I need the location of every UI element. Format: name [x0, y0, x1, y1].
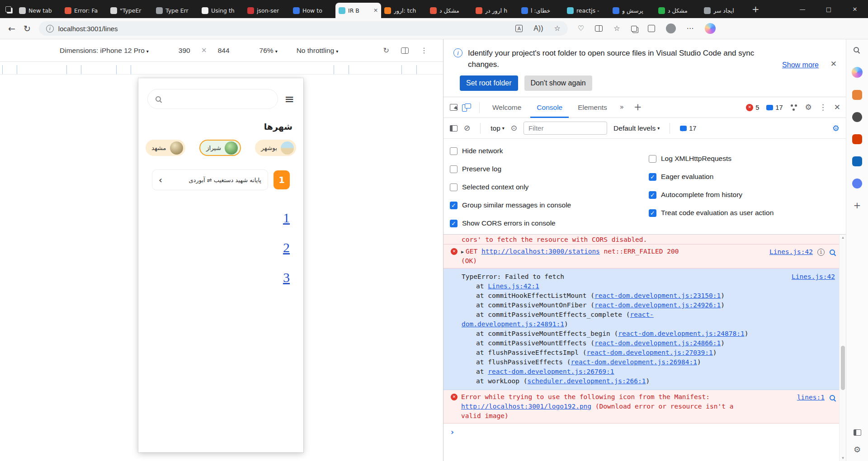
- line-link-1[interactable]: 1: [283, 210, 290, 226]
- browser-tab[interactable]: "TypeEr: [107, 3, 153, 18]
- browser-tab-active[interactable]: IR B✕: [335, 3, 381, 18]
- devtools-menu-icon[interactable]: ⋮: [819, 103, 827, 111]
- bus-line-card[interactable]: ‹ پایانه شهید دستغیب ⇌ آبوردی: [152, 169, 268, 190]
- line-link-3[interactable]: 3: [283, 270, 290, 285]
- line-link-2[interactable]: 2: [283, 240, 290, 255]
- browser-tab[interactable]: How to: [290, 3, 335, 18]
- browser-tab[interactable]: Type Err: [153, 3, 198, 18]
- tab-actions-button[interactable]: [0, 0, 16, 18]
- refresh-button[interactable]: ↻: [24, 24, 31, 33]
- error-count-badge[interactable]: ✕ 5: [746, 104, 759, 111]
- checkbox-hide-network[interactable]: Hide network: [450, 147, 649, 155]
- city-chip-mashhad[interactable]: مشهد: [146, 140, 185, 156]
- browser-tab[interactable]: Error: Fa: [61, 3, 107, 18]
- source-link[interactable]: react-dom.development.js:24866:1: [594, 339, 721, 347]
- expand-disclosure-icon[interactable]: ▸: [461, 249, 464, 255]
- tab-console[interactable]: Console: [530, 97, 569, 118]
- device-height-field[interactable]: 844: [215, 46, 232, 56]
- checkbox-autocomplete-history[interactable]: Autocomplete from history: [649, 191, 774, 199]
- source-link[interactable]: react-dom.development.js:26769:1: [488, 368, 614, 375]
- browser-tab[interactable]: New tab: [16, 3, 61, 18]
- favorites-icon[interactable]: ☆: [613, 25, 620, 32]
- add-panel-icon[interactable]: +: [630, 103, 646, 112]
- games-icon[interactable]: [852, 112, 862, 122]
- browser-tab[interactable]: Using th: [198, 3, 244, 18]
- log-levels-dropdown[interactable]: Default levels ▾: [613, 124, 660, 132]
- console-prompt[interactable]: ›: [443, 423, 846, 437]
- browser-tab[interactable]: خطای: ا: [518, 3, 564, 18]
- add-sidebar-app-icon[interactable]: +: [854, 201, 861, 210]
- checkbox-checked[interactable]: [649, 173, 656, 181]
- copilot-icon[interactable]: [705, 23, 716, 34]
- show-more-link[interactable]: Show more: [782, 61, 819, 69]
- scrollbar-thumb[interactable]: [841, 346, 845, 390]
- checkbox[interactable]: [450, 147, 458, 155]
- set-root-folder-button[interactable]: Set root folder: [460, 75, 518, 91]
- outlook-icon[interactable]: [852, 156, 862, 166]
- device-toolbar-menu-icon[interactable]: ⋮: [420, 47, 428, 54]
- device-type-dropdown[interactable]: Dimensions: iPhone 12 Pro▾: [60, 47, 149, 55]
- source-link[interactable]: Lines.js:42: [769, 247, 813, 257]
- checkbox-checked[interactable]: [450, 202, 458, 209]
- console-sidebar-toggle-icon[interactable]: [450, 125, 458, 132]
- clear-console-icon[interactable]: ⊘: [464, 124, 470, 132]
- devtools-settings-gear-icon[interactable]: ⚙: [805, 103, 812, 111]
- microsoft-365-icon[interactable]: [852, 134, 862, 144]
- city-chip-bushehr[interactable]: بوشهر: [255, 140, 296, 156]
- message-count-badge[interactable]: 17: [766, 104, 783, 111]
- browser-tab[interactable]: json-ser: [244, 3, 290, 18]
- console-filter-input[interactable]: [524, 122, 607, 135]
- checkbox[interactable]: [450, 165, 458, 173]
- search-input[interactable]: [147, 89, 278, 109]
- shopping-icon[interactable]: [852, 90, 862, 100]
- checkbox[interactable]: [649, 155, 656, 163]
- settings-more-icon[interactable]: ⋯: [687, 25, 694, 32]
- scroll-down-icon[interactable]: ▾: [840, 456, 846, 460]
- profile-avatar[interactable]: [666, 24, 676, 33]
- bus-line-row[interactable]: ‹ پایانه شهید دستغیب ⇌ آبوردی 1: [152, 169, 290, 190]
- browser-tab[interactable]: مشکل د: [427, 3, 472, 18]
- tab-close-icon[interactable]: ✕: [373, 8, 378, 13]
- console-settings-gear-icon[interactable]: ⚙: [832, 124, 840, 132]
- dont-show-again-button[interactable]: Don't show again: [524, 75, 592, 91]
- source-link[interactable]: Lines.js:42:1: [488, 282, 539, 290]
- checkbox-eager-evaluation[interactable]: Eager evaluation: [649, 173, 774, 181]
- request-url-link[interactable]: http://localhost:3000/stations: [481, 248, 600, 255]
- source-link[interactable]: react-dom.development.js:27039:1: [586, 349, 712, 356]
- collections-icon[interactable]: [631, 26, 637, 32]
- context-selector-dropdown[interactable]: top ▾: [491, 124, 505, 132]
- checkbox-selected-context-only[interactable]: Selected context only: [450, 183, 649, 191]
- translate-icon[interactable]: A: [515, 25, 523, 32]
- search-icon[interactable]: [829, 395, 835, 400]
- checkbox-checked[interactable]: [450, 220, 458, 227]
- toggle-sidebar-icon[interactable]: [854, 429, 861, 436]
- browser-tab[interactable]: ارور: tch: [381, 3, 427, 18]
- live-expression-eye-icon[interactable]: ⊙: [511, 124, 517, 132]
- close-window-button[interactable]: ✕: [842, 0, 868, 18]
- source-link[interactable]: react-dom.development.js:24878:1: [618, 330, 744, 337]
- drop-icon[interactable]: [852, 179, 862, 188]
- throttling-dropdown[interactable]: No throttling▾: [297, 47, 339, 55]
- tab-elements[interactable]: Elements: [571, 97, 613, 118]
- checkbox-log-xmlhttprequests[interactable]: Log XMLHttpRequests: [649, 155, 774, 163]
- notice-close-icon[interactable]: ✕: [830, 60, 837, 68]
- city-chip-shiraz-selected[interactable]: شیراز: [199, 140, 241, 156]
- add-favorite-star-icon[interactable]: ☆: [554, 25, 561, 32]
- manifest-url-link[interactable]: http://localhost:3001/logo192.png: [461, 403, 591, 410]
- more-tabs-icon[interactable]: »: [616, 104, 627, 111]
- source-link[interactable]: Lines.js:42: [792, 272, 835, 282]
- activity-icon[interactable]: [790, 104, 798, 111]
- hamburger-menu-icon[interactable]: ≡: [284, 93, 294, 105]
- checkbox-checked[interactable]: [649, 209, 656, 217]
- checkbox[interactable]: [450, 183, 458, 191]
- device-width-field[interactable]: 390: [176, 46, 193, 56]
- zoom-dropdown[interactable]: 76%▾: [259, 47, 278, 55]
- device-frame-icon[interactable]: [401, 47, 409, 54]
- back-button[interactable]: ←: [8, 24, 15, 33]
- checkbox-group-similar[interactable]: Group similar messages in console: [450, 201, 649, 209]
- browser-tab[interactable]: ارور در h: [472, 3, 518, 18]
- minimize-button[interactable]: —: [789, 0, 816, 18]
- checkbox-preserve-log[interactable]: Preserve log: [450, 165, 649, 173]
- extensions-icon[interactable]: [648, 25, 655, 32]
- checkbox-checked[interactable]: [649, 191, 656, 199]
